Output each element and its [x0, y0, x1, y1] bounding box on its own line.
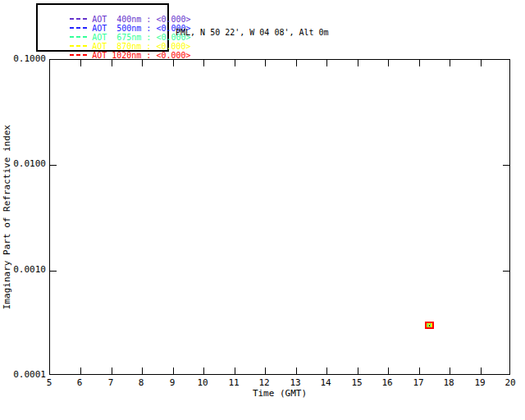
x-tick-top — [388, 60, 389, 66]
x-tick-top — [173, 60, 174, 66]
x-tick-bottom — [235, 368, 235, 374]
x-tick-bottom — [80, 368, 81, 374]
x-tick-label: 19 — [474, 378, 485, 388]
x-tick-top — [419, 60, 420, 66]
x-tick-top — [142, 60, 143, 66]
x-tick-bottom — [265, 368, 266, 374]
x-axis-title: Time (GMT) — [49, 389, 510, 399]
x-tick-top — [112, 60, 112, 66]
x-tick-bottom — [203, 368, 204, 374]
x-tick-bottom — [142, 368, 143, 374]
data-point-marker — [425, 322, 434, 329]
legend-line-sample — [70, 36, 88, 38]
marker-layer-675nm — [430, 323, 431, 327]
x-tick-top — [80, 60, 81, 66]
x-tick-top — [296, 60, 297, 66]
x-tick-label: 14 — [320, 378, 331, 388]
plot-area — [49, 59, 510, 375]
marker-center-dot — [429, 325, 430, 326]
site-location-text: PML, N 50 22', W 04 08', Alt 0m — [176, 27, 329, 43]
x-tick-label: 13 — [290, 378, 300, 388]
x-tick-label: 12 — [258, 378, 269, 388]
legend-line-sample — [70, 27, 88, 29]
x-tick-label: 5 — [47, 378, 52, 388]
x-tick-label: 11 — [228, 378, 239, 388]
x-tick-bottom — [419, 368, 420, 374]
x-tick-label: 16 — [381, 378, 392, 388]
legend-box: AOT 400nm : <0.000> AOT 500nm : <0.000> … — [36, 3, 169, 52]
x-tick-label: 17 — [413, 378, 423, 388]
x-tick-top — [203, 60, 204, 66]
y-tick-right — [503, 165, 509, 166]
aeronet-refractive-index-plot: AOT 400nm : <0.000> AOT 500nm : <0.000> … — [0, 0, 525, 420]
x-tick-label: 20 — [504, 378, 515, 388]
x-tick-label: 6 — [77, 378, 83, 388]
y-tick-right — [503, 271, 509, 272]
x-tick-top — [235, 60, 235, 66]
x-tick-top — [450, 60, 450, 66]
x-tick-top — [481, 60, 482, 66]
y-tick-left — [50, 165, 57, 166]
x-tick-label: 18 — [443, 378, 454, 388]
x-tick-top — [326, 60, 327, 66]
x-tick-top — [265, 60, 266, 66]
legend-item: AOT 400nm : <0.000> — [40, 6, 167, 15]
x-tick-bottom — [358, 368, 358, 374]
x-tick-label: 9 — [170, 378, 176, 388]
x-tick-label: 8 — [139, 378, 144, 388]
x-tick-bottom — [450, 368, 450, 374]
legend-line-sample — [70, 18, 88, 20]
x-tick-bottom — [326, 368, 327, 374]
x-tick-label: 15 — [351, 378, 362, 388]
legend-line-sample — [70, 45, 88, 47]
legend-line-sample — [70, 54, 88, 56]
y-axis-title: Imaginary Part of Refractive index — [0, 59, 14, 375]
x-tick-bottom — [481, 368, 482, 374]
y-tick-left — [50, 271, 57, 272]
x-tick-bottom — [112, 368, 112, 374]
x-tick-bottom — [388, 368, 389, 374]
x-tick-top — [358, 60, 358, 66]
x-tick-label: 7 — [108, 378, 114, 388]
y-axis-title-text: Imaginary Part of Refractive index — [2, 125, 12, 309]
marker-layer-675nm — [427, 323, 428, 327]
x-tick-label: 10 — [197, 378, 208, 388]
x-tick-bottom — [296, 368, 297, 374]
x-tick-bottom — [173, 368, 174, 374]
